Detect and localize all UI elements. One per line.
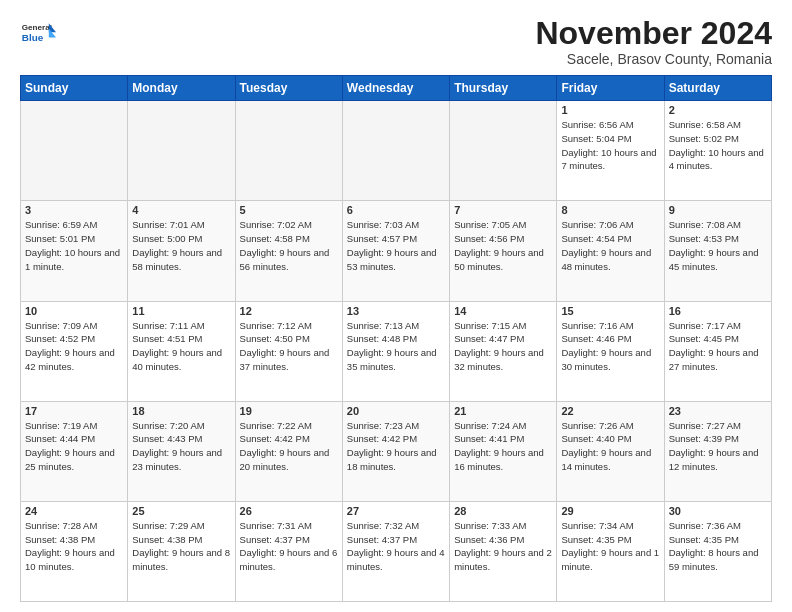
day-number: 5: [240, 204, 338, 216]
day-cell: 16Sunrise: 7:17 AMSunset: 4:45 PMDayligh…: [664, 301, 771, 401]
col-header-friday: Friday: [557, 76, 664, 101]
day-info: Sunrise: 7:20 AMSunset: 4:43 PMDaylight:…: [132, 419, 230, 474]
day-cell: 22Sunrise: 7:26 AMSunset: 4:40 PMDayligh…: [557, 401, 664, 501]
day-info: Sunrise: 7:16 AMSunset: 4:46 PMDaylight:…: [561, 319, 659, 374]
logo-icon: General Blue: [20, 16, 56, 52]
day-cell: 29Sunrise: 7:34 AMSunset: 4:35 PMDayligh…: [557, 501, 664, 601]
day-info: Sunrise: 7:34 AMSunset: 4:35 PMDaylight:…: [561, 519, 659, 574]
day-cell: 3Sunrise: 6:59 AMSunset: 5:01 PMDaylight…: [21, 201, 128, 301]
day-info: Sunrise: 7:15 AMSunset: 4:47 PMDaylight:…: [454, 319, 552, 374]
col-header-sunday: Sunday: [21, 76, 128, 101]
day-number: 28: [454, 505, 552, 517]
day-info: Sunrise: 7:33 AMSunset: 4:36 PMDaylight:…: [454, 519, 552, 574]
day-cell: 5Sunrise: 7:02 AMSunset: 4:58 PMDaylight…: [235, 201, 342, 301]
col-header-saturday: Saturday: [664, 76, 771, 101]
day-info: Sunrise: 7:17 AMSunset: 4:45 PMDaylight:…: [669, 319, 767, 374]
page: General Blue November 2024 Sacele, Braso…: [0, 0, 792, 612]
day-info: Sunrise: 7:08 AMSunset: 4:53 PMDaylight:…: [669, 218, 767, 273]
day-number: 14: [454, 305, 552, 317]
week-row-2: 3Sunrise: 6:59 AMSunset: 5:01 PMDaylight…: [21, 201, 772, 301]
week-row-3: 10Sunrise: 7:09 AMSunset: 4:52 PMDayligh…: [21, 301, 772, 401]
day-info: Sunrise: 7:01 AMSunset: 5:00 PMDaylight:…: [132, 218, 230, 273]
day-info: Sunrise: 7:06 AMSunset: 4:54 PMDaylight:…: [561, 218, 659, 273]
day-info: Sunrise: 7:05 AMSunset: 4:56 PMDaylight:…: [454, 218, 552, 273]
day-info: Sunrise: 7:12 AMSunset: 4:50 PMDaylight:…: [240, 319, 338, 374]
day-number: 26: [240, 505, 338, 517]
day-info: Sunrise: 7:31 AMSunset: 4:37 PMDaylight:…: [240, 519, 338, 574]
logo: General Blue: [20, 16, 60, 52]
day-cell: 23Sunrise: 7:27 AMSunset: 4:39 PMDayligh…: [664, 401, 771, 501]
col-header-wednesday: Wednesday: [342, 76, 449, 101]
day-info: Sunrise: 7:27 AMSunset: 4:39 PMDaylight:…: [669, 419, 767, 474]
day-cell: 30Sunrise: 7:36 AMSunset: 4:35 PMDayligh…: [664, 501, 771, 601]
col-header-monday: Monday: [128, 76, 235, 101]
day-number: 10: [25, 305, 123, 317]
week-row-5: 24Sunrise: 7:28 AMSunset: 4:38 PMDayligh…: [21, 501, 772, 601]
day-cell: 1Sunrise: 6:56 AMSunset: 5:04 PMDaylight…: [557, 101, 664, 201]
day-number: 17: [25, 405, 123, 417]
day-number: 13: [347, 305, 445, 317]
header: General Blue November 2024 Sacele, Braso…: [20, 16, 772, 67]
day-cell: 12Sunrise: 7:12 AMSunset: 4:50 PMDayligh…: [235, 301, 342, 401]
day-info: Sunrise: 7:28 AMSunset: 4:38 PMDaylight:…: [25, 519, 123, 574]
day-number: 22: [561, 405, 659, 417]
day-cell: 15Sunrise: 7:16 AMSunset: 4:46 PMDayligh…: [557, 301, 664, 401]
day-cell: 26Sunrise: 7:31 AMSunset: 4:37 PMDayligh…: [235, 501, 342, 601]
day-cell: [235, 101, 342, 201]
day-info: Sunrise: 7:22 AMSunset: 4:42 PMDaylight:…: [240, 419, 338, 474]
day-number: 16: [669, 305, 767, 317]
day-number: 7: [454, 204, 552, 216]
day-cell: 20Sunrise: 7:23 AMSunset: 4:42 PMDayligh…: [342, 401, 449, 501]
day-number: 9: [669, 204, 767, 216]
day-cell: 19Sunrise: 7:22 AMSunset: 4:42 PMDayligh…: [235, 401, 342, 501]
day-number: 8: [561, 204, 659, 216]
day-info: Sunrise: 7:09 AMSunset: 4:52 PMDaylight:…: [25, 319, 123, 374]
day-number: 21: [454, 405, 552, 417]
calendar-header-row: SundayMondayTuesdayWednesdayThursdayFrid…: [21, 76, 772, 101]
day-info: Sunrise: 7:32 AMSunset: 4:37 PMDaylight:…: [347, 519, 445, 574]
day-cell: [21, 101, 128, 201]
title-block: November 2024 Sacele, Brasov County, Rom…: [535, 16, 772, 67]
day-cell: 14Sunrise: 7:15 AMSunset: 4:47 PMDayligh…: [450, 301, 557, 401]
day-number: 12: [240, 305, 338, 317]
day-number: 3: [25, 204, 123, 216]
day-cell: 7Sunrise: 7:05 AMSunset: 4:56 PMDaylight…: [450, 201, 557, 301]
day-cell: 27Sunrise: 7:32 AMSunset: 4:37 PMDayligh…: [342, 501, 449, 601]
day-info: Sunrise: 7:19 AMSunset: 4:44 PMDaylight:…: [25, 419, 123, 474]
day-cell: 25Sunrise: 7:29 AMSunset: 4:38 PMDayligh…: [128, 501, 235, 601]
day-cell: 13Sunrise: 7:13 AMSunset: 4:48 PMDayligh…: [342, 301, 449, 401]
day-cell: 8Sunrise: 7:06 AMSunset: 4:54 PMDaylight…: [557, 201, 664, 301]
day-number: 2: [669, 104, 767, 116]
day-number: 29: [561, 505, 659, 517]
day-number: 24: [25, 505, 123, 517]
day-number: 20: [347, 405, 445, 417]
day-cell: 28Sunrise: 7:33 AMSunset: 4:36 PMDayligh…: [450, 501, 557, 601]
day-info: Sunrise: 7:26 AMSunset: 4:40 PMDaylight:…: [561, 419, 659, 474]
day-number: 19: [240, 405, 338, 417]
day-number: 4: [132, 204, 230, 216]
day-cell: 17Sunrise: 7:19 AMSunset: 4:44 PMDayligh…: [21, 401, 128, 501]
day-number: 11: [132, 305, 230, 317]
day-info: Sunrise: 6:59 AMSunset: 5:01 PMDaylight:…: [25, 218, 123, 273]
day-number: 15: [561, 305, 659, 317]
day-info: Sunrise: 7:13 AMSunset: 4:48 PMDaylight:…: [347, 319, 445, 374]
day-number: 1: [561, 104, 659, 116]
day-cell: 10Sunrise: 7:09 AMSunset: 4:52 PMDayligh…: [21, 301, 128, 401]
day-cell: 18Sunrise: 7:20 AMSunset: 4:43 PMDayligh…: [128, 401, 235, 501]
svg-text:General: General: [22, 23, 52, 32]
col-header-tuesday: Tuesday: [235, 76, 342, 101]
day-number: 30: [669, 505, 767, 517]
col-header-thursday: Thursday: [450, 76, 557, 101]
week-row-1: 1Sunrise: 6:56 AMSunset: 5:04 PMDaylight…: [21, 101, 772, 201]
day-info: Sunrise: 7:29 AMSunset: 4:38 PMDaylight:…: [132, 519, 230, 574]
day-cell: [450, 101, 557, 201]
day-cell: 11Sunrise: 7:11 AMSunset: 4:51 PMDayligh…: [128, 301, 235, 401]
location-title: Sacele, Brasov County, Romania: [535, 51, 772, 67]
day-cell: 21Sunrise: 7:24 AMSunset: 4:41 PMDayligh…: [450, 401, 557, 501]
day-cell: 9Sunrise: 7:08 AMSunset: 4:53 PMDaylight…: [664, 201, 771, 301]
day-info: Sunrise: 7:24 AMSunset: 4:41 PMDaylight:…: [454, 419, 552, 474]
week-row-4: 17Sunrise: 7:19 AMSunset: 4:44 PMDayligh…: [21, 401, 772, 501]
day-info: Sunrise: 7:36 AMSunset: 4:35 PMDaylight:…: [669, 519, 767, 574]
svg-text:Blue: Blue: [22, 32, 44, 43]
day-number: 6: [347, 204, 445, 216]
